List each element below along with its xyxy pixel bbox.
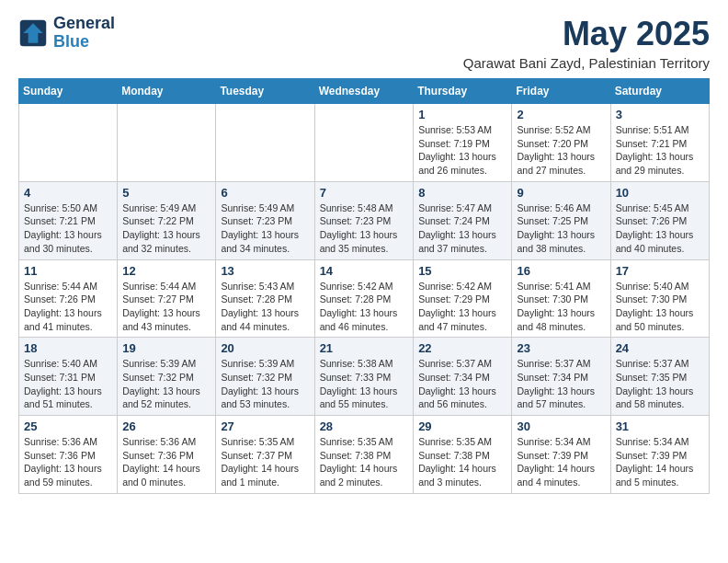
day-info: Sunrise: 5:50 AM [24,201,112,215]
header-cell-thursday: Thursday [414,79,512,104]
day-info: Daylight: 14 hours and 4 minutes. [517,462,605,488]
day-info: Daylight: 13 hours and 58 minutes. [616,385,704,411]
day-info: Daylight: 14 hours and 5 minutes. [616,462,704,488]
day-cell: 22Sunrise: 5:37 AMSunset: 7:34 PMDayligh… [414,338,512,416]
day-info: Sunset: 7:25 PM [517,214,605,228]
day-number: 11 [24,264,112,278]
day-cell: 4Sunrise: 5:50 AMSunset: 7:21 PMDaylight… [19,181,118,259]
logo-text: General Blue [53,15,115,52]
day-info: Sunrise: 5:35 AM [221,435,309,449]
day-cell: 9Sunrise: 5:46 AMSunset: 7:25 PMDaylight… [512,181,610,259]
day-info: Sunrise: 5:35 AM [418,435,506,449]
day-info: Daylight: 13 hours and 46 minutes. [320,306,409,333]
day-cell: 26Sunrise: 5:36 AMSunset: 7:36 PMDayligh… [118,416,216,494]
day-info: Sunrise: 5:40 AM [24,357,112,371]
day-info: Sunset: 7:31 PM [24,371,112,385]
day-number: 31 [616,419,704,433]
day-cell: 15Sunrise: 5:42 AMSunset: 7:29 PMDayligh… [414,259,512,338]
header: General Blue May 2025 Qarawat Bani Zayd,… [18,15,710,71]
month-title: May 2025 [463,15,710,53]
logo-icon [18,18,48,48]
day-info: Sunset: 7:37 PM [221,449,309,463]
day-info: Sunrise: 5:52 AM [517,123,605,137]
day-info: Daylight: 13 hours and 37 minutes. [418,228,506,255]
day-cell: 21Sunrise: 5:38 AMSunset: 7:33 PMDayligh… [314,338,414,416]
day-info: Sunrise: 5:39 AM [221,357,309,371]
day-number: 4 [24,186,112,200]
day-cell: 2Sunrise: 5:52 AMSunset: 7:20 PMDaylight… [512,104,610,182]
day-number: 12 [122,264,210,278]
day-info: Daylight: 13 hours and 59 minutes. [24,462,112,488]
day-info: Sunrise: 5:44 AM [122,280,210,293]
day-info: Daylight: 13 hours and 56 minutes. [418,385,506,411]
day-info: Daylight: 13 hours and 32 minutes. [122,228,210,255]
day-cell: 31Sunrise: 5:34 AMSunset: 7:39 PMDayligh… [610,416,709,494]
day-info: Sunrise: 5:41 AM [517,280,605,293]
day-info: Sunset: 7:23 PM [221,214,309,228]
day-info: Daylight: 13 hours and 44 minutes. [221,306,309,333]
day-number: 3 [616,108,704,121]
logo-line1: General [53,15,115,33]
day-cell: 10Sunrise: 5:45 AMSunset: 7:26 PMDayligh… [610,181,709,259]
day-cell: 16Sunrise: 5:41 AMSunset: 7:30 PMDayligh… [512,259,610,338]
day-info: Daylight: 13 hours and 43 minutes. [122,306,210,333]
day-info: Daylight: 14 hours and 3 minutes. [418,462,506,488]
day-number: 10 [616,186,704,200]
day-cell: 8Sunrise: 5:47 AMSunset: 7:24 PMDaylight… [414,181,512,259]
day-info: Sunset: 7:32 PM [122,371,210,385]
day-cell: 20Sunrise: 5:39 AMSunset: 7:32 PMDayligh… [216,338,314,416]
day-info: Sunrise: 5:37 AM [418,357,506,371]
day-cell [19,104,118,182]
header-row: SundayMondayTuesdayWednesdayThursdayFrid… [19,79,710,104]
day-cell [314,104,414,182]
location-title: Qarawat Bani Zayd, Palestinian Territory [463,55,710,71]
day-number: 6 [221,186,309,200]
day-info: Sunset: 7:23 PM [320,214,409,228]
day-info: Daylight: 13 hours and 57 minutes. [517,385,605,411]
day-number: 1 [418,108,506,121]
day-info: Daylight: 13 hours and 50 minutes. [616,306,704,333]
day-number: 22 [418,341,506,355]
day-cell: 27Sunrise: 5:35 AMSunset: 7:37 PMDayligh… [216,416,314,494]
day-info: Sunset: 7:26 PM [24,293,112,306]
day-cell: 17Sunrise: 5:40 AMSunset: 7:30 PMDayligh… [610,259,709,338]
header-cell-saturday: Saturday [610,79,709,104]
day-info: Sunset: 7:21 PM [24,214,112,228]
day-info: Sunset: 7:34 PM [418,371,506,385]
day-info: Sunrise: 5:36 AM [24,435,112,449]
day-number: 17 [616,264,704,278]
day-info: Sunset: 7:26 PM [616,214,704,228]
day-info: Sunset: 7:33 PM [320,371,409,385]
day-info: Sunset: 7:34 PM [517,371,605,385]
day-number: 8 [418,186,506,200]
day-number: 15 [418,264,506,278]
day-info: Sunrise: 5:34 AM [616,435,704,449]
header-cell-wednesday: Wednesday [314,79,414,104]
header-cell-tuesday: Tuesday [216,79,314,104]
day-number: 27 [221,419,309,433]
day-info: Daylight: 14 hours and 2 minutes. [320,462,409,488]
day-info: Sunset: 7:27 PM [122,293,210,306]
week-row-2: 4Sunrise: 5:50 AMSunset: 7:21 PMDaylight… [19,181,710,259]
day-info: Sunset: 7:19 PM [418,137,506,151]
day-number: 18 [24,341,112,355]
day-number: 25 [24,419,112,433]
day-info: Sunrise: 5:34 AM [517,435,605,449]
day-info: Daylight: 13 hours and 41 minutes. [24,306,112,333]
week-row-4: 18Sunrise: 5:40 AMSunset: 7:31 PMDayligh… [19,338,710,416]
day-cell: 28Sunrise: 5:35 AMSunset: 7:38 PMDayligh… [314,416,414,494]
day-number: 23 [517,341,605,355]
day-cell: 7Sunrise: 5:48 AMSunset: 7:23 PMDaylight… [314,181,414,259]
day-number: 7 [320,186,409,200]
day-info: Sunrise: 5:49 AM [221,201,309,215]
day-info: Sunset: 7:32 PM [221,371,309,385]
day-info: Sunrise: 5:37 AM [517,357,605,371]
day-info: Sunrise: 5:48 AM [320,201,409,215]
day-info: Sunrise: 5:40 AM [616,280,704,293]
day-info: Daylight: 13 hours and 40 minutes. [616,228,704,255]
calendar-table: SundayMondayTuesdayWednesdayThursdayFrid… [18,78,710,494]
day-info: Daylight: 13 hours and 38 minutes. [517,228,605,255]
day-cell: 30Sunrise: 5:34 AMSunset: 7:39 PMDayligh… [512,416,610,494]
day-info: Sunset: 7:28 PM [221,293,309,306]
day-info: Sunrise: 5:38 AM [320,357,409,371]
